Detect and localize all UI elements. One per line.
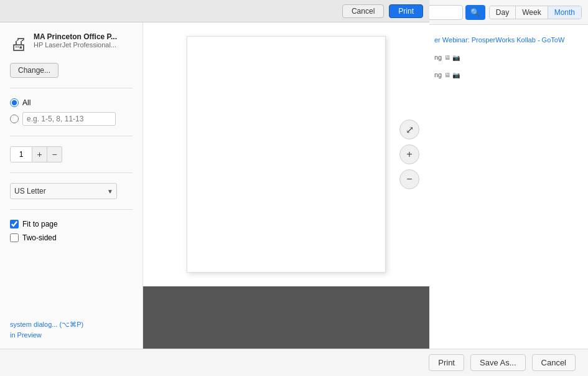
copies-increment-button[interactable]: + <box>32 146 47 162</box>
dialog-left-panel: 🖨 MA Princeton Office P... HP LaserJet P… <box>0 22 143 349</box>
printer-info: MA Princeton Office P... HP LaserJet Pro… <box>34 32 117 49</box>
event-row-3: ng 🖥 📷 <box>429 66 588 83</box>
two-sided-checkbox[interactable] <box>10 233 19 242</box>
bottom-cancel-button[interactable]: Cancel <box>532 354 576 371</box>
printer-section: 🖨 MA Princeton Office P... HP LaserJet P… <box>10 32 133 54</box>
pages-range-radio[interactable] <box>10 115 19 123</box>
day-view-button[interactable]: Day <box>490 6 516 19</box>
open-in-preview-link[interactable]: in Preview <box>10 331 133 339</box>
pages-all-radio[interactable] <box>10 98 19 107</box>
calendar-bottom-bar: Print Save As... Cancel <box>0 349 588 376</box>
copies-decrement-button[interactable]: − <box>47 146 62 162</box>
dialog-titlebar: Cancel Print <box>0 0 429 22</box>
divider-3 <box>10 172 133 173</box>
fit-to-page-row: Fit to page <box>10 220 133 228</box>
bottom-print-button[interactable]: Print <box>429 354 464 371</box>
calendar-events: er Webinar: ProsperWorks Kollab - GoToW … <box>429 25 588 90</box>
event-text-1: er Webinar: ProsperWorks Kollab - GoToW <box>434 36 564 44</box>
zoom-out-button[interactable]: − <box>399 169 419 189</box>
divider-4 <box>10 209 133 210</box>
paper-size-wrapper: US Letter A4 Legal ▼ <box>10 183 117 199</box>
pages-range-input[interactable] <box>22 112 116 126</box>
printer-icon: 🖨 <box>10 34 27 54</box>
divider-2 <box>10 136 133 136</box>
printer-name: MA Princeton Office P... <box>34 32 117 41</box>
dialog-links: system dialog... (⌥⌘P) in Preview <box>10 321 133 339</box>
zoom-out-icon: − <box>406 174 412 185</box>
month-view-button[interactable]: Month <box>548 6 581 19</box>
cancel-button[interactable]: Cancel <box>342 4 384 18</box>
event-label-3: ng <box>434 71 442 78</box>
pages-radio-group: All <box>10 98 133 126</box>
week-view-button[interactable]: Week <box>516 6 548 19</box>
print-button[interactable]: Print <box>389 4 423 18</box>
event-icons-3: 🖥 📷 <box>444 72 460 78</box>
bottom-save-button[interactable]: Save As... <box>470 354 526 371</box>
system-dialog-link[interactable]: system dialog... (⌥⌘P) <box>10 321 133 329</box>
fit-to-page-label: Fit to page <box>22 220 58 228</box>
checkbox-group: Fit to page Two-sided <box>10 220 133 242</box>
zoom-in-icon: + <box>406 149 412 160</box>
fit-preview-button[interactable]: ⤢ <box>399 120 419 139</box>
event-row-2: ng 🖥 📷 <box>429 49 588 66</box>
paper-size-select[interactable]: US Letter A4 Legal <box>10 183 117 199</box>
search-icon: 🔍 <box>470 8 480 17</box>
print-dialog: Cancel Print 🖨 MA Princeton Office P... … <box>0 0 429 349</box>
dialog-body: 🖨 MA Princeton Office P... HP LaserJet P… <box>0 22 429 349</box>
preview-footer <box>143 286 429 349</box>
fit-to-page-checkbox[interactable] <box>10 220 19 228</box>
view-switcher: Day Week Month <box>489 6 582 19</box>
zoom-in-button[interactable]: + <box>399 144 419 164</box>
pages-all-row: All <box>10 98 133 107</box>
expand-icon: ⤢ <box>406 124 414 136</box>
dialog-right-panel: ⤢ + − <box>143 22 429 349</box>
preview-paper <box>187 36 386 273</box>
divider-1 <box>10 88 133 88</box>
two-sided-label: Two-sided <box>22 233 57 242</box>
event-label-2: ng <box>434 54 442 61</box>
event-row-1: er Webinar: ProsperWorks Kollab - GoToW <box>429 31 588 49</box>
event-icons-2: 🖥 📷 <box>444 54 460 61</box>
change-printer-button[interactable]: Change... <box>10 63 58 78</box>
copies-section: + − <box>10 146 133 162</box>
two-sided-row: Two-sided <box>10 233 133 242</box>
preview-controls: ⤢ + − <box>399 120 419 189</box>
pages-range-row <box>10 112 133 126</box>
printer-model: HP LaserJet Professional... <box>34 41 117 49</box>
copies-input[interactable] <box>10 146 32 162</box>
pages-all-label: All <box>22 98 30 107</box>
preview-area: ⤢ + − <box>143 22 429 286</box>
search-button[interactable]: 🔍 <box>465 5 485 20</box>
